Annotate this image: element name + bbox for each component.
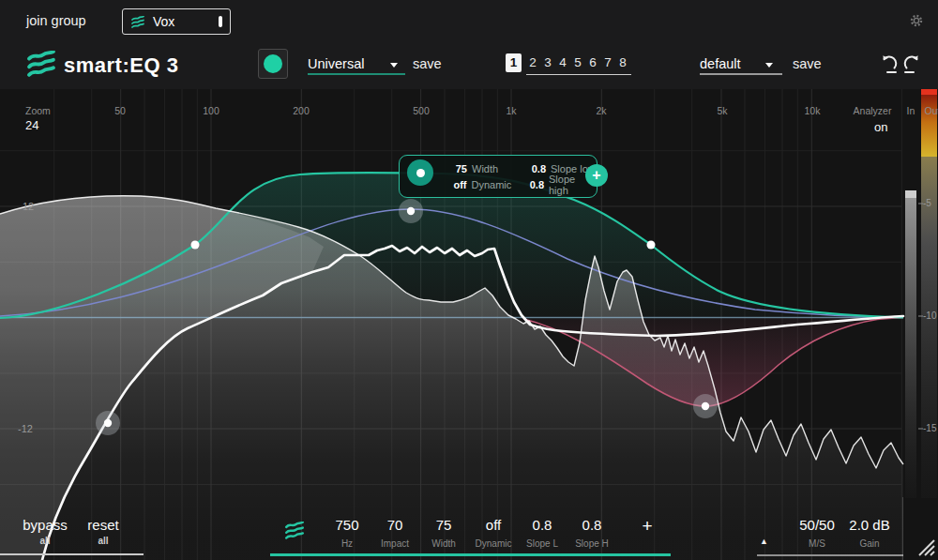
eq-display[interactable]: Zoom 24 50 100 200 500 1k 2k 5k 10k Anal… xyxy=(0,89,938,560)
smart-band-icon xyxy=(283,522,306,539)
meter-tick-minus15: -15 xyxy=(923,423,936,433)
in-meter-bar xyxy=(905,198,916,498)
handle-dot-icon xyxy=(416,169,425,177)
lowcut-band-node[interactable] xyxy=(96,411,120,435)
analyzer-label: Analyzer xyxy=(854,105,892,116)
freq-tick-100: 100 xyxy=(203,105,219,116)
slot-tab-5[interactable]: 5 xyxy=(570,53,585,72)
chevron-down-icon xyxy=(765,63,773,68)
slope-h-value: 0.8 xyxy=(564,517,620,533)
zoom-value[interactable]: 24 xyxy=(25,118,38,132)
preset-underline xyxy=(700,73,782,75)
expand-panel-icon[interactable]: ▲ xyxy=(760,537,768,546)
output-gain-control[interactable]: 2.0 dB Gain xyxy=(840,517,899,549)
waves-icon xyxy=(130,16,145,28)
profile-dropdown-value: Universal xyxy=(308,56,364,71)
width-value: 75 xyxy=(443,163,467,174)
width-value: 75 xyxy=(416,517,472,533)
freq-tick-5k: 5k xyxy=(717,105,727,116)
ms-label: M/S xyxy=(786,538,848,549)
param-width[interactable]: 75 Width xyxy=(416,517,472,549)
group-select-dropdown[interactable]: Vox xyxy=(122,8,231,35)
slot-tab-7[interactable]: 7 xyxy=(600,53,615,72)
slot-tab-4[interactable]: 4 xyxy=(555,53,570,72)
reset-scope: all xyxy=(75,536,131,546)
reset-button[interactable]: reset all xyxy=(75,517,131,546)
state-slot-tabs: 1 2 3 4 5 6 7 8 xyxy=(506,53,630,72)
top-zone: join group Vox smart:EQ 3 xyxy=(0,0,938,89)
slope-low-value: 0.8 xyxy=(523,163,546,174)
group-name: Vox xyxy=(153,14,219,29)
gain-label: Gain xyxy=(840,538,899,549)
slots-underline xyxy=(526,74,631,75)
out-meter-clip xyxy=(921,89,937,95)
freq-tick-50: 50 xyxy=(114,105,126,116)
freq-tick-2k: 2k xyxy=(596,105,606,116)
slot-tab-6[interactable]: 6 xyxy=(585,53,600,72)
param-impact[interactable]: 70 Impact xyxy=(367,517,423,549)
profile-underline xyxy=(308,73,405,75)
learning-record-button[interactable] xyxy=(258,49,288,79)
pink-band-node[interactable] xyxy=(693,394,718,418)
settings-gear-icon[interactable] xyxy=(910,14,923,27)
slot-tab-3[interactable]: 3 xyxy=(540,53,555,72)
slope-l-value: 0.8 xyxy=(514,517,570,533)
redo-icon[interactable] xyxy=(900,53,923,75)
green-band-left-node[interactable] xyxy=(191,241,200,250)
smarteq3-plugin-window: join group Vox smart:EQ 3 xyxy=(0,0,938,560)
slot-tab-1[interactable]: 1 xyxy=(506,53,522,72)
slope-h-label: Slope H xyxy=(564,538,620,549)
green-band-handle[interactable] xyxy=(407,159,433,186)
preset-dropdown[interactable]: default xyxy=(700,56,782,71)
width-label: Width xyxy=(416,538,472,549)
meter-tick-minus10: -10 xyxy=(923,310,936,321)
zoom-label: Zoom xyxy=(25,105,51,116)
analyzer-state[interactable]: on xyxy=(874,120,887,134)
bypass-label: bypass xyxy=(17,517,73,533)
freq-tick-200: 200 xyxy=(293,105,310,116)
bypass-scope: all xyxy=(17,536,73,546)
freq-tick-10k: 10k xyxy=(805,105,821,116)
blue-band-node[interactable] xyxy=(399,199,423,223)
add-band-bottom-button[interactable]: + xyxy=(634,516,660,537)
reset-label: reset xyxy=(75,517,131,533)
bypass-button[interactable]: bypass all xyxy=(17,517,73,546)
db-tick-plus12: 12 xyxy=(23,201,34,212)
preset-save-button[interactable]: save xyxy=(793,56,822,71)
impact-value: 70 xyxy=(367,517,423,533)
param-slope-h[interactable]: 0.8 Slope H xyxy=(564,517,620,549)
green-band-right-node[interactable] xyxy=(647,241,656,250)
dynamic-label: Dynamic xyxy=(472,179,522,190)
out-meter-label[interactable]: Out xyxy=(925,105,938,116)
impact-label: Impact xyxy=(367,538,423,549)
meter-tick-minus5: -5 xyxy=(923,198,931,208)
resize-grip[interactable] xyxy=(912,535,936,559)
profile-dropdown[interactable]: Universal xyxy=(308,56,405,71)
sonible-logo-icon xyxy=(25,51,57,77)
gain-value: 2.0 dB xyxy=(840,517,899,533)
db-tick-minus12: -12 xyxy=(18,423,33,434)
ms-balance-control[interactable]: 50/50 M/S xyxy=(786,517,848,549)
ms-value: 50/50 xyxy=(786,517,848,533)
band-tooltip: 75 Width 0.8 Slope low off Dynamic 0.8 S… xyxy=(399,155,598,198)
profile-save-button[interactable]: save xyxy=(413,56,442,71)
bottom-divider xyxy=(902,497,903,560)
chevron-down-icon xyxy=(390,63,398,68)
dynamic-value: off xyxy=(465,517,522,533)
dynamic-label: Dynamic xyxy=(465,538,522,549)
param-slope-l[interactable]: 0.8 Slope L xyxy=(514,517,570,549)
param-dynamic[interactable]: off Dynamic xyxy=(465,517,522,549)
slot-tab-8[interactable]: 8 xyxy=(615,53,630,72)
freq-tick-500: 500 xyxy=(413,105,430,116)
band-section-underline xyxy=(270,553,671,556)
record-dot-icon xyxy=(264,54,282,73)
width-label: Width xyxy=(472,163,523,174)
in-meter-peak xyxy=(905,190,916,198)
in-meter-label[interactable]: In xyxy=(907,105,915,116)
undo-icon[interactable] xyxy=(878,53,900,75)
join-group-label: join group xyxy=(26,13,86,28)
add-band-button[interactable]: + xyxy=(585,164,608,187)
slot-tab-2[interactable]: 2 xyxy=(525,53,540,72)
group-indicator-icon xyxy=(219,16,222,27)
slope-l-label: Slope L xyxy=(514,538,570,549)
